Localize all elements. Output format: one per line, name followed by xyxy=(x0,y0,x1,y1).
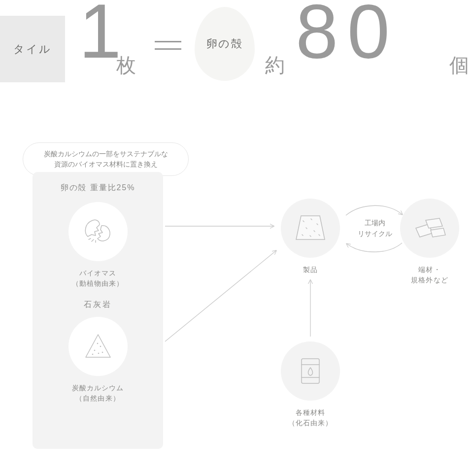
svg-line-18 xyxy=(165,251,276,341)
svg-point-1 xyxy=(100,346,101,346)
tile-label: タイル xyxy=(13,42,52,57)
svg-point-2 xyxy=(97,343,98,343)
diagram-panel: 炭酸カルシウムの一部をサステナブルな 資源のバイオマス材料に置き換え 卵の殻 重… xyxy=(0,125,473,476)
egg-shape: 卵の殻 xyxy=(195,7,255,81)
node-product: 製品 xyxy=(276,199,345,275)
node-calcium: 炭酸カルシウム （自然由来） xyxy=(33,317,163,404)
node-offcut: 端材・ 規格外など xyxy=(395,199,464,285)
offcut-icon xyxy=(400,199,459,258)
svg-point-3 xyxy=(102,352,102,352)
egg-label: 卵の殻 xyxy=(206,36,243,51)
svg-point-4 xyxy=(92,354,93,354)
unit-ko: 個 xyxy=(449,52,469,79)
svg-rect-14 xyxy=(302,359,319,383)
fossil-label: 各種材料 （化石由来） xyxy=(288,408,333,428)
number-eighty: 80 xyxy=(296,0,399,69)
product-label: 製品 xyxy=(303,265,318,275)
unit-mai: 枚 xyxy=(116,52,136,79)
recycle-label: 工場内 リサイクル xyxy=(353,217,397,239)
calcium-source-group: 卵の殻 重量比25% バイオマス （動植物由来） 石灰岩 xyxy=(33,172,163,449)
offcut-label: 端材・ 規格外など xyxy=(411,265,448,285)
approx-label: 約 xyxy=(265,52,285,79)
svg-point-5 xyxy=(98,353,99,353)
limestone-icon xyxy=(68,317,128,376)
product-tile-icon xyxy=(281,199,340,258)
calcium-label: 炭酸カルシウム （自然由来） xyxy=(72,383,124,404)
equivalence-banner: タイル 1 枚 卵の殻 約 80 個 xyxy=(0,0,473,84)
node-biomass: バイオマス （動植物由来） xyxy=(33,202,163,289)
biomass-label: バイオマス （動植物由来） xyxy=(72,268,124,289)
number-one: 1 xyxy=(79,0,121,69)
tile-square: タイル xyxy=(0,16,65,82)
eggshell-icon xyxy=(68,202,128,261)
callout-line1: 炭酸カルシウムの一部をサステナブルな xyxy=(44,150,168,158)
oil-drum-icon xyxy=(281,341,340,401)
svg-point-0 xyxy=(94,350,95,350)
eggshell-ratio: 卵の殻 重量比25% xyxy=(33,183,163,193)
callout-pill: 炭酸カルシウムの一部をサステナブルな 資源のバイオマス材料に置き換え xyxy=(23,142,189,176)
limestone-heading: 石灰岩 xyxy=(33,300,163,310)
node-fossil: 各種材料 （化石由来） xyxy=(276,341,345,428)
equals-icon xyxy=(155,39,184,51)
callout-line2: 資源のバイオマス材料に置き換え xyxy=(54,160,158,168)
